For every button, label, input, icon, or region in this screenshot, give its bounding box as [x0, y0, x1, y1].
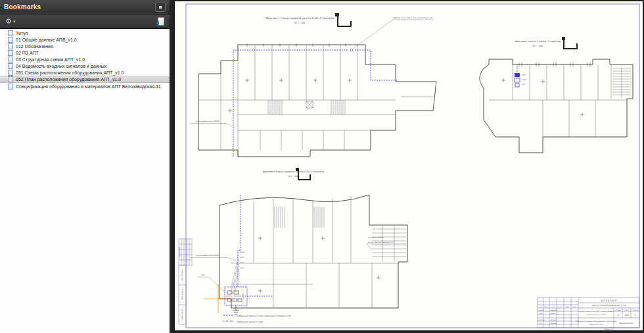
svg-text:А102: А102 — [240, 251, 244, 253]
cable-route-c — [238, 195, 273, 296]
bookmark-item-01[interactable]: 01 Общие данные АПВ_v1.0 — [0, 36, 170, 43]
bookmark-label: Титул — [16, 31, 28, 36]
svg-text:Лист: Лист — [551, 306, 555, 308]
bookmark-label: 02 ПЗ АПТ — [16, 51, 39, 55]
bookmark-options-button[interactable]: ⚙ ▾ — [5, 18, 15, 25]
callout-first-floor: Кабель на 1 этаж в пом. диспетчерской — [393, 16, 432, 19]
svg-text:План расположения оборудования: План расположения оборудования с проклад… — [576, 320, 617, 322]
svg-text:ГИП: ГИП — [539, 322, 542, 324]
svg-text:кабельных трасс: кабельных трасс — [589, 324, 603, 326]
bookmark-item-051[interactable]: 051 Схема расположения оборудования АПТ_… — [0, 69, 170, 76]
legend-item-2: Кабельная трасса 5 этаж — [237, 320, 264, 323]
stage-value: П — [617, 314, 619, 317]
key-plan-symbol — [337, 15, 351, 27]
plan-b-scale: М 1 : 100 — [533, 45, 543, 47]
drawing-sheet-page: Согласовано Инв. № подл. Подп. и дата Вз… — [175, 1, 643, 330]
side-stamp — [179, 239, 192, 324]
bookmark-label: Спецификация оборудования и материалов А… — [16, 84, 161, 89]
power-callout-1: Силовой кабель — [368, 236, 384, 239]
svg-text:Лист: Лист — [625, 309, 629, 311]
goto-bookmark-button[interactable] — [156, 17, 164, 26]
bookmark-page-icon — [8, 30, 13, 36]
svg-text:Дата: Дата — [573, 306, 577, 308]
svg-text:Подп. и дата: Подп. и дата — [181, 289, 183, 300]
plan-a-title: Фрагмент плана подвала на отм.0.00. 2 по… — [265, 16, 334, 20]
svg-text:Кол.уч.: Кол.уч. — [544, 306, 549, 308]
legend: Кабельная трасса 5 этаж подъезда 5 (подв… — [223, 315, 291, 323]
bookmark-page-icon — [8, 43, 13, 49]
svg-text:Орлова: Орлова — [551, 319, 557, 321]
svg-text:ШС3: ШС3 — [240, 267, 244, 269]
side-stamp-labels: Согласовано Инв. № подл. Подп. и дата Вз… — [179, 246, 183, 320]
arrow-left-icon — [156, 21, 159, 25]
doc-code: АПТ 0-42-0517 — [601, 299, 618, 302]
bookmarks-panel-title: Bookmarks — [4, 3, 41, 11]
bookmarks-list: Титул 01 Общие данные АПВ_v1.0 012 Обозн… — [0, 30, 170, 333]
org-name: Мосжилпроект — [619, 322, 634, 324]
svg-text:РК1: РК1 — [522, 84, 525, 86]
bookmarks-toolbar: ⚙ ▾ — [0, 14, 170, 29]
sheet-number: 052 — [624, 314, 629, 317]
svg-text:АПТ: АПТ — [201, 274, 205, 276]
svg-text:подвалов жилого дома: подвалов жилого дома — [586, 314, 606, 316]
bookmark-label: 04 Ведомость входных сигналов и данных — [16, 64, 106, 68]
plan-c-scale: М 1 : 100 — [288, 175, 299, 178]
plan-b-floor1-entrance2: Фрагмент плана 1 этажа. 2 подъезд М 1 : … — [480, 37, 633, 153]
sheets-total: 5 — [634, 314, 636, 317]
bookmarks-panel: Bookmarks ⚙ ▾ Титул 01 Общие данные АПВ_… — [0, 0, 170, 333]
chevron-down-icon: ▾ — [13, 19, 16, 24]
document-canvas[interactable]: Согласовано Инв. № подл. Подп. и дата Вз… — [170, 0, 644, 333]
insertion-marker — [204, 284, 234, 313]
plan-a-basement-entrance2: Фрагмент плана подвала на отм.0.00. 2 по… — [191, 13, 436, 157]
bookmark-page-icon — [8, 37, 13, 43]
title-block: АПТ 0-42-0517 Жил. д. Улица Велозаводска… — [538, 297, 639, 330]
plan-b-title: Фрагмент плана 1 этажа. 2 подъезд — [515, 40, 561, 43]
bookmarks-panel-header: Bookmarks — [0, 0, 170, 14]
svg-text:ШС1: ШС1 — [240, 257, 244, 259]
svg-text:Разраб.: Разраб. — [539, 309, 545, 311]
object-name: Жил. д. Улица Велозаводская, д. 11 — [592, 304, 626, 307]
bookmark-item-012[interactable]: 012 Обозначения — [0, 43, 170, 49]
panel-options-icon[interactable] — [155, 3, 166, 12]
pdf-viewer-window: Bookmarks ⚙ ▾ Титул 01 Общие данные АПВ_… — [0, 0, 644, 333]
bookmark-page-icon — [8, 50, 13, 56]
svg-text:Подп.: Подп. — [566, 306, 570, 308]
svg-text:Изм.: Изм. — [539, 306, 542, 308]
bookmark-page-icon — [8, 63, 13, 69]
bookmark-item-052-selected[interactable]: 052 План расположения оборудования АПТ_v… — [0, 76, 170, 83]
bookmark-item-03[interactable]: 03 Структурная схема АПТ_v1.0 — [0, 56, 170, 63]
svg-text:Листов: Листов — [633, 309, 639, 311]
bookmark-page-icon — [8, 76, 13, 82]
gear-icon: ⚙ — [5, 18, 12, 25]
key-plan-symbol — [563, 39, 577, 49]
bookmark-item-02[interactable]: 02 ПЗ АПТ — [0, 49, 170, 56]
svg-text:Пров.: Пров. — [539, 313, 543, 315]
svg-text:Инв. № подл.: Инв. № подл. — [181, 270, 183, 281]
svg-text:Взам. инв. №: Взам. инв. № — [181, 309, 183, 320]
svg-text:Согласовано: Согласовано — [179, 246, 181, 257]
bookmark-item-titul[interactable]: Титул — [0, 30, 170, 36]
bookmark-item-spec[interactable]: Спецификация оборудования и материалов А… — [0, 83, 170, 90]
svg-text:Орлов: Орлов — [551, 313, 556, 315]
svg-text:Крылов: Крылов — [551, 322, 557, 324]
bookmark-page-icon — [8, 57, 13, 63]
plan-c-title: Фрагмент плана подвала на отм.0.00. 5 по… — [262, 170, 324, 173]
bookmark-item-04[interactable]: 04 Ведомость входных сигналов и данных — [0, 63, 170, 69]
sheet-frame — [186, 4, 639, 328]
plan-a-scale: М 1 : 100 — [294, 22, 306, 24]
svg-text:Н.контр.: Н.контр. — [539, 319, 545, 321]
bus-label-c: Алюминиевая шина РЕ ВРУ — [196, 255, 219, 257]
svg-text:Шакиров: Шакиров — [551, 309, 558, 311]
plan-c-basement-entrance5: Фрагмент плана подвала на отм.0.00. 5 по… — [191, 168, 407, 315]
svg-text:ИПР: ИПР — [522, 74, 526, 76]
svg-text:Стадия: Стадия — [616, 309, 622, 311]
cable-route-a — [233, 50, 397, 157]
svg-text:№док.: №док. — [558, 306, 563, 308]
power-callout-2: в пом. диспетчерской 1 эт. — [368, 241, 394, 243]
bookmark-page-icon — [8, 84, 13, 90]
svg-text:Автоматическая система пожарот: Автоматическая система пожаротушения — [578, 311, 614, 313]
bookmark-label: 051 Схема расположения оборудования АПТ_… — [16, 70, 124, 75]
bookmark-page-icon — [8, 70, 13, 76]
bookmark-label: 01 Общие данные АПВ_v1.0 — [16, 38, 77, 42]
bookmark-label: 03 Структурная схема АПТ_v1.0 — [16, 57, 85, 62]
